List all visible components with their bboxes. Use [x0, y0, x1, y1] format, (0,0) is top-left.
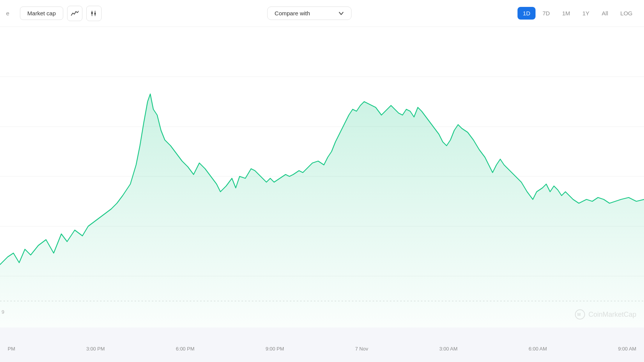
chart-container: M CoinMarketCap 9 — [0, 27, 644, 327]
watermark: M CoinMarketCap — [575, 309, 636, 320]
price-chart — [0, 27, 644, 327]
tab-price-button[interactable]: e — [6, 7, 16, 20]
period-btn-7d[interactable]: 7D — [537, 7, 555, 20]
toolbar: e Market cap Compare with 1D7D1M1YAllLOG — [0, 0, 644, 27]
x-axis-labels: PM3:00 PM6:00 PM9:00 PM7 Nov3:00 AM6:00 … — [0, 338, 644, 352]
x-axis-label: 9:00 PM — [266, 346, 284, 352]
watermark-text: CoinMarketCap — [588, 311, 636, 319]
x-axis-label: 3:00 AM — [439, 346, 458, 352]
x-axis-label: 6:00 AM — [529, 346, 547, 352]
candle-chart-icon — [90, 10, 98, 17]
period-btn-1m[interactable]: 1M — [557, 7, 575, 20]
svg-text:M: M — [577, 312, 581, 317]
period-btn-1d[interactable]: 1D — [518, 7, 536, 20]
period-btn-log[interactable]: LOG — [615, 7, 638, 20]
toolbar-center: Compare with — [105, 7, 514, 20]
baseline-label: 9 — [2, 309, 4, 315]
x-axis: PM3:00 PM6:00 PM9:00 PM7 Nov3:00 AM6:00 … — [0, 327, 644, 362]
x-axis-label: 6:00 PM — [176, 346, 194, 352]
period-btn-1y[interactable]: 1Y — [577, 7, 595, 20]
x-axis-label: 9:00 AM — [618, 346, 636, 352]
x-axis-label: PM — [8, 346, 15, 352]
x-axis-label: 3:00 PM — [86, 346, 105, 352]
x-axis-label: 7 Nov — [355, 346, 368, 352]
compare-with-dropdown[interactable]: Compare with — [267, 7, 352, 20]
svg-rect-1 — [91, 12, 93, 14]
chevron-down-icon — [338, 10, 344, 16]
coinmarketcap-logo-icon: M — [575, 309, 585, 320]
compare-with-label: Compare with — [274, 10, 310, 16]
toolbar-right: 1D7D1M1YAllLOG — [518, 7, 638, 20]
tab-market-cap-button[interactable]: Market cap — [20, 7, 63, 20]
period-btn-all[interactable]: All — [596, 7, 614, 20]
toolbar-left: e Market cap — [6, 6, 102, 21]
line-chart-icon — [71, 10, 79, 17]
svg-rect-3 — [94, 13, 96, 15]
chart-line-button[interactable] — [67, 6, 82, 21]
chart-candle-button[interactable] — [86, 6, 102, 21]
